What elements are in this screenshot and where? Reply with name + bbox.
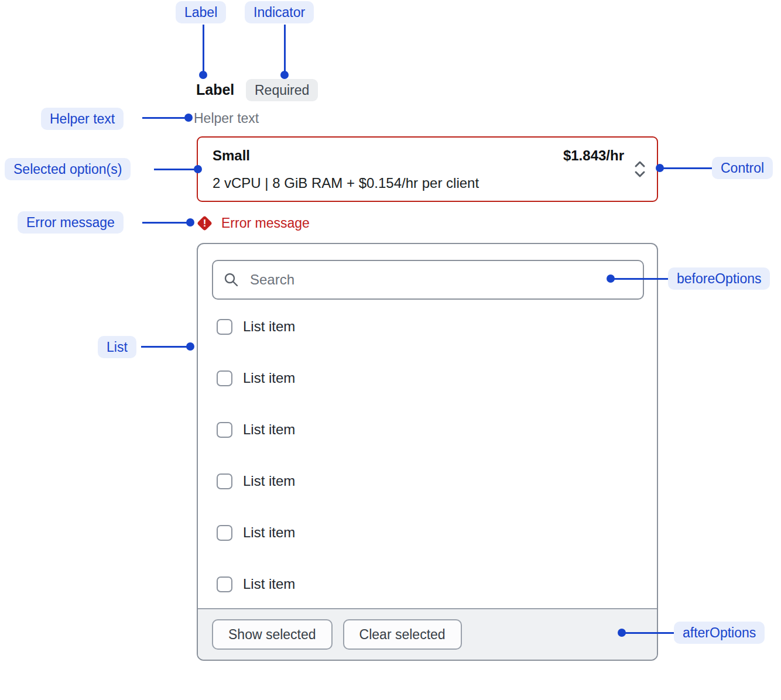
connector-dot <box>199 71 207 79</box>
connector-dot <box>194 165 202 173</box>
connector-line <box>141 346 190 348</box>
connector-dot <box>186 218 194 227</box>
connector-dot <box>656 164 664 172</box>
connector-line <box>142 117 189 119</box>
callout-label: Label <box>176 1 226 23</box>
connector-line <box>284 25 286 76</box>
connector-dot <box>280 71 289 79</box>
connector-line <box>154 169 198 170</box>
selected-option-price: $1.843/hr <box>563 147 624 164</box>
option-list-item[interactable]: List item <box>217 370 295 386</box>
connector-line <box>611 278 668 280</box>
checkbox[interactable] <box>217 525 232 541</box>
selected-option-row: Small $1.843/hr <box>213 147 624 164</box>
checkbox[interactable] <box>217 319 232 335</box>
selected-option-name: Small <box>213 147 250 164</box>
callout-error-message: Error message <box>18 211 124 234</box>
options-dropdown-panel: List item List item List item List item … <box>197 243 658 661</box>
connector-dot <box>607 274 615 283</box>
callout-after-options: afterOptions <box>674 622 765 644</box>
list-item-label: List item <box>243 370 295 386</box>
clear-selected-button[interactable]: Clear selected <box>343 619 462 650</box>
required-indicator-badge: Required <box>246 79 318 101</box>
callout-control: Control <box>712 157 773 179</box>
list-item-label: List item <box>243 473 295 489</box>
search-input[interactable] <box>212 260 644 300</box>
select-control[interactable]: Small $1.843/hr 2 vCPU | 8 GiB RAM + $0.… <box>197 136 658 202</box>
helper-text: Helper text <box>194 111 259 126</box>
callout-before-options: beforeOptions <box>668 267 770 290</box>
search-box <box>212 260 644 300</box>
list-item-label: List item <box>243 318 295 335</box>
option-list-item[interactable]: List item <box>217 524 295 541</box>
callout-indicator: Indicator <box>245 1 314 23</box>
field-label: Label <box>196 81 234 98</box>
callout-list: List <box>98 336 136 358</box>
list-item-label: List item <box>243 576 295 592</box>
list-item-label: List item <box>243 524 295 541</box>
connector-line <box>622 632 674 634</box>
anatomy-diagram-canvas: Label Indicator Helper text Selected opt… <box>0 0 781 700</box>
checkbox[interactable] <box>217 473 232 489</box>
checkbox[interactable] <box>217 370 232 386</box>
connector-line <box>203 25 204 76</box>
option-list-item[interactable]: List item <box>217 421 295 438</box>
connector-line <box>660 167 712 169</box>
option-list-item[interactable]: List item <box>217 318 295 335</box>
checkbox[interactable] <box>217 577 232 592</box>
connector-dot <box>618 629 626 637</box>
list-item-label: List item <box>243 421 295 438</box>
callout-selected-options: Selected option(s) <box>5 158 131 180</box>
error-icon: ! <box>197 216 212 231</box>
error-message-text: Error message <box>221 215 310 231</box>
connector-line <box>142 222 190 224</box>
connector-dot <box>186 342 194 351</box>
chevron-updown-icon <box>632 159 648 180</box>
checkbox[interactable] <box>217 422 232 438</box>
connector-dot <box>184 114 193 122</box>
option-list-item[interactable]: List item <box>217 473 295 489</box>
option-list-item[interactable]: List item <box>217 576 295 592</box>
show-selected-button[interactable]: Show selected <box>212 619 333 650</box>
callout-helper-text: Helper text <box>41 108 124 130</box>
dropdown-footer: Show selected Clear selected <box>198 608 657 660</box>
selected-option-description: 2 vCPU | 8 GiB RAM + $0.154/hr per clien… <box>213 175 624 191</box>
